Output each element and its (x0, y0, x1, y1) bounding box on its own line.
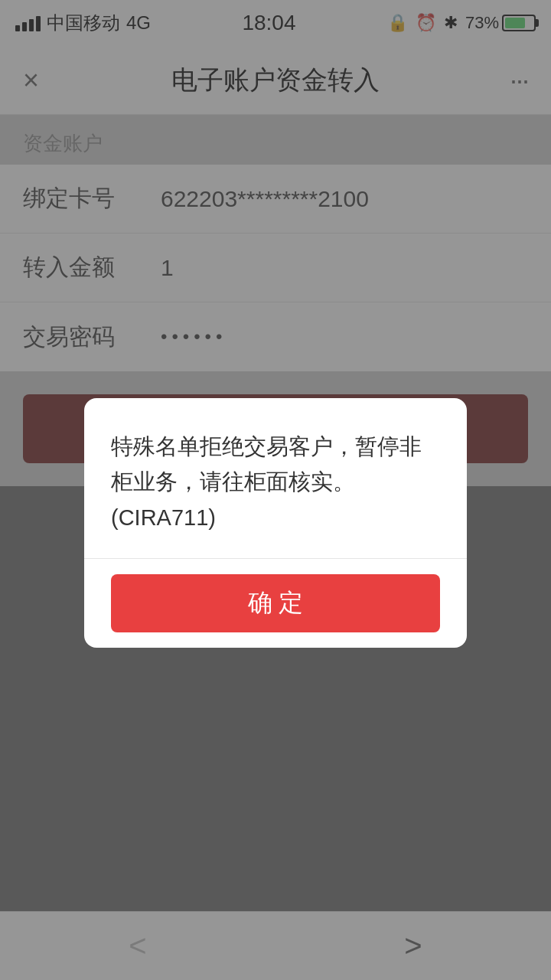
dialog-confirm-button[interactable]: 确 定 (111, 574, 440, 632)
dialog-confirm-label: 确 定 (248, 586, 304, 620)
dialog-actions: 确 定 (84, 559, 467, 648)
dialog-message: 特殊名单拒绝交易客户，暂停非柜业务，请往柜面核实。(CIRA711) (84, 398, 467, 559)
alert-dialog: 特殊名单拒绝交易客户，暂停非柜业务，请往柜面核实。(CIRA711) 确 定 (84, 398, 467, 648)
